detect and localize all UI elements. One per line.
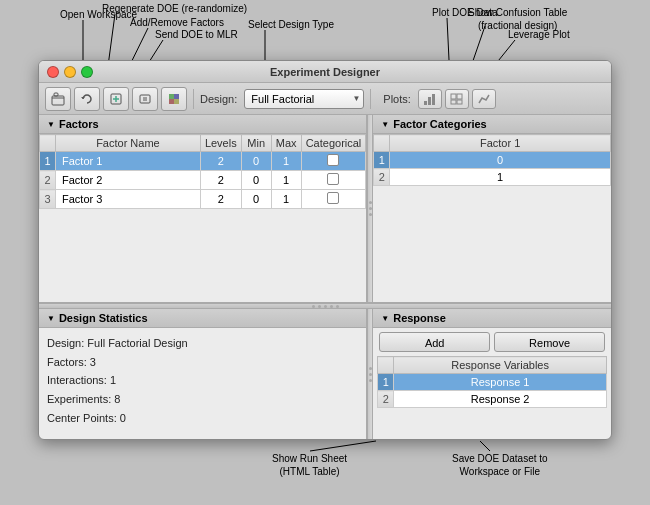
categories-panel-title: ▼ Factor Categories bbox=[373, 115, 611, 134]
annotation-open-workspace: Open Workspace bbox=[60, 8, 137, 21]
col-max: Max bbox=[271, 135, 301, 152]
stat-value: Full Factorial Design bbox=[87, 337, 187, 349]
categories-table[interactable]: Factor 1 1 0 2 1 bbox=[373, 134, 611, 302]
toolbar-separator-2 bbox=[370, 89, 371, 109]
svg-rect-25 bbox=[451, 94, 456, 99]
window-title: Experiment Designer bbox=[270, 66, 380, 78]
row-num: 2 bbox=[378, 391, 394, 408]
table-row[interactable]: 1 Response 1 bbox=[378, 374, 607, 391]
minimize-button[interactable] bbox=[64, 66, 76, 78]
checkbox-icon bbox=[327, 173, 339, 185]
stat-line: Design: Full Factorial Design bbox=[47, 334, 358, 353]
maximize-button[interactable] bbox=[81, 66, 93, 78]
close-button[interactable] bbox=[47, 66, 59, 78]
response-buttons-bar: Add Remove bbox=[373, 328, 611, 356]
stat-line: Interactions: 1 bbox=[47, 371, 358, 390]
annotation-regenerate: Regenerate DOE (re-randomize) bbox=[102, 2, 247, 15]
leverage-plot-button[interactable] bbox=[472, 89, 496, 109]
svg-rect-27 bbox=[451, 100, 456, 104]
factor-max: 1 bbox=[271, 171, 301, 190]
svg-line-9 bbox=[480, 441, 490, 451]
bottom-panels: ▼ Design Statistics Design: Full Factori… bbox=[39, 309, 611, 439]
titlebar: Experiment Designer bbox=[39, 61, 611, 83]
stat-value: 8 bbox=[114, 393, 120, 405]
stats-title-text: Design Statistics bbox=[59, 312, 148, 324]
toolbar-separator-1 bbox=[193, 89, 194, 109]
splitter-dot bbox=[369, 201, 372, 204]
table-row[interactable]: 1 0 bbox=[374, 152, 611, 169]
resp-col-variables: Response Variables bbox=[394, 357, 607, 374]
stats-panel: ▼ Design Statistics Design: Full Factori… bbox=[39, 309, 367, 439]
plots-label: Plots: bbox=[383, 93, 411, 105]
svg-rect-22 bbox=[424, 101, 427, 105]
col-num bbox=[40, 135, 56, 152]
row-num: 1 bbox=[40, 152, 56, 171]
response-panel-title: ▼ Response bbox=[373, 309, 611, 328]
add-remove-factors-button[interactable] bbox=[103, 87, 129, 111]
factors-data-table: Factor Name Levels Min Max Categorical 1… bbox=[39, 134, 366, 209]
svg-rect-11 bbox=[54, 93, 58, 96]
response-panel: ▼ Response Add Remove Response Variables bbox=[373, 309, 611, 439]
factor-categorical[interactable] bbox=[301, 152, 366, 171]
stat-line: Center Points: 0 bbox=[47, 409, 358, 428]
regenerate-doe-button[interactable] bbox=[74, 87, 100, 111]
design-select-wrapper[interactable]: Full Factorial Fractional Factorial Cent… bbox=[244, 89, 364, 109]
svg-rect-21 bbox=[174, 99, 179, 104]
col-levels: Levels bbox=[200, 135, 241, 152]
response-name: Response 2 bbox=[394, 391, 607, 408]
table-row[interactable]: 1 Factor 1 2 0 1 bbox=[40, 152, 366, 171]
resp-col-num bbox=[378, 357, 394, 374]
confusion-table-button[interactable] bbox=[445, 89, 469, 109]
factor-min: 0 bbox=[241, 152, 271, 171]
factor-categorical[interactable] bbox=[301, 190, 366, 209]
response-data-table: Response Variables 1 Response 1 2 Respon… bbox=[377, 356, 607, 408]
svg-rect-28 bbox=[457, 100, 462, 104]
svg-rect-26 bbox=[457, 94, 462, 99]
factors-triangle-icon: ▼ bbox=[47, 120, 55, 129]
plot-doe-button[interactable] bbox=[418, 89, 442, 109]
row-num: 3 bbox=[40, 190, 56, 209]
row-num: 2 bbox=[374, 169, 390, 186]
design-icon-button[interactable] bbox=[161, 87, 187, 111]
table-row[interactable]: 2 Response 2 bbox=[378, 391, 607, 408]
table-row[interactable]: 3 Factor 3 2 0 1 bbox=[40, 190, 366, 209]
factor-name-cell: Factor 2 bbox=[56, 171, 201, 190]
stat-label: Factors: bbox=[47, 356, 90, 368]
content-area: ▼ Factors Factor Name Levels Min Max bbox=[39, 115, 611, 439]
category-value: 1 bbox=[390, 169, 611, 186]
col-categorical: Categorical bbox=[301, 135, 366, 152]
svg-line-8 bbox=[310, 441, 376, 451]
stats-triangle-icon: ▼ bbox=[47, 314, 55, 323]
factor-levels: 2 bbox=[200, 171, 241, 190]
svg-rect-10 bbox=[52, 96, 64, 105]
response-name: Response 1 bbox=[394, 374, 607, 391]
splitter-dot bbox=[330, 305, 333, 308]
response-table[interactable]: Response Variables 1 Response 1 2 Respon… bbox=[377, 356, 607, 435]
factor-min: 0 bbox=[241, 171, 271, 190]
splitter-dot bbox=[369, 213, 372, 216]
annotation-run-sheet: Show Run Sheet(HTML Table) bbox=[272, 452, 347, 478]
factors-table[interactable]: Factor Name Levels Min Max Categorical 1… bbox=[39, 134, 366, 302]
open-workspace-button[interactable] bbox=[45, 87, 71, 111]
table-row[interactable]: 2 1 bbox=[374, 169, 611, 186]
factor-levels: 2 bbox=[200, 190, 241, 209]
remove-response-button[interactable]: Remove bbox=[494, 332, 605, 352]
row-num: 2 bbox=[40, 171, 56, 190]
factor-categorical[interactable] bbox=[301, 171, 366, 190]
design-select[interactable]: Full Factorial Fractional Factorial Cent… bbox=[244, 89, 364, 109]
table-row[interactable]: 2 Factor 2 2 0 1 bbox=[40, 171, 366, 190]
cat-col-num bbox=[374, 135, 390, 152]
factors-panel: ▼ Factors Factor Name Levels Min Max bbox=[39, 115, 367, 302]
factor-max: 1 bbox=[271, 190, 301, 209]
add-response-button[interactable]: Add bbox=[379, 332, 490, 352]
svg-rect-19 bbox=[174, 94, 179, 99]
main-window: Experiment Designer Design: Full Factori… bbox=[38, 60, 612, 440]
send-doe-mlr-button[interactable] bbox=[132, 87, 158, 111]
factor-max: 1 bbox=[271, 152, 301, 171]
stat-label: Experiments: bbox=[47, 393, 114, 405]
svg-rect-15 bbox=[140, 95, 150, 103]
splitter-dot bbox=[369, 373, 372, 376]
bottom-bar: Run Sheet Save Cancel bbox=[39, 439, 611, 440]
annotation-save-doe: Save DOE Dataset toWorkspace or File bbox=[452, 452, 548, 478]
col-factor-name: Factor Name bbox=[56, 135, 201, 152]
